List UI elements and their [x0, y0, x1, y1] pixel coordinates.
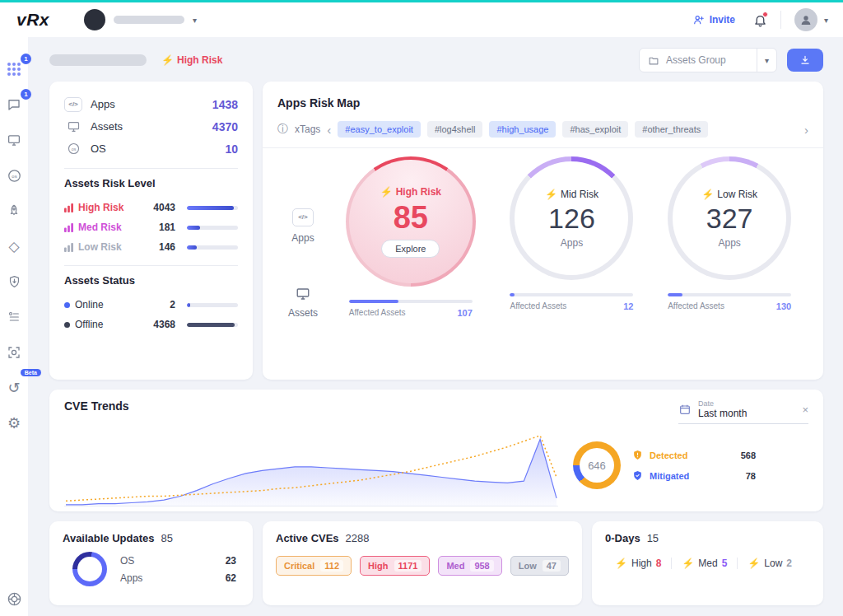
user-menu-chevron-icon[interactable]: ▾ — [824, 16, 828, 25]
zero-days-high[interactable]: ⚡ High 8 — [605, 558, 671, 569]
updates-os-row[interactable]: OS 23 — [120, 552, 236, 569]
tag-high-usage[interactable]: #high_usage — [489, 121, 556, 138]
apps-count-row[interactable]: </> Apps 1438 — [64, 93, 238, 115]
low-risk-circle[interactable]: ⚡Low Risk 327 Apps — [673, 161, 786, 275]
med-badge[interactable]: Med 958 — [438, 556, 501, 576]
tag-easy-to-exploit[interactable]: #easy_to_exploit — [338, 121, 421, 138]
user-avatar[interactable] — [794, 8, 817, 31]
zero-days-med[interactable]: ⚡ Med 5 — [671, 558, 737, 569]
close-icon[interactable]: × — [802, 404, 808, 416]
offline-row[interactable]: Offline 4368 — [64, 315, 238, 334]
sidebar-item-os[interactable]: os — [0, 163, 28, 188]
chevron-right-icon[interactable]: › — [804, 124, 808, 136]
sidebar-item-help[interactable] — [0, 586, 28, 611]
zero-days-high-label: High — [631, 558, 652, 569]
assets-count-row[interactable]: Assets 4370 — [64, 115, 238, 138]
mid-risk-circle[interactable]: ⚡Mid Risk 126 Apps — [515, 161, 628, 275]
high-badge[interactable]: High 1171 — [360, 556, 430, 576]
critical-label: Critical — [284, 561, 314, 571]
sidebar-item-devices[interactable] — [0, 128, 28, 152]
sidebar-item-support[interactable]: 1 — [0, 92, 28, 117]
explore-button[interactable]: Explore — [381, 240, 440, 258]
low-risk-circle-title: Low Risk — [717, 189, 757, 200]
bolt-icon: ⚡ — [748, 558, 760, 568]
xtags-label: xTags — [295, 124, 320, 135]
updates-apps-value: 62 — [226, 572, 236, 584]
notifications-button[interactable] — [753, 13, 767, 27]
sidebar-item-patch[interactable] — [0, 269, 28, 294]
sidebar-item-scan[interactable] — [0, 340, 28, 365]
high-risk-bar — [187, 206, 238, 210]
detected-legend-row: Detected 568 — [632, 449, 756, 461]
bolt-icon: ⚡ — [161, 55, 174, 65]
xtags-bar: ⓘ xTags ‹ #easy_to_exploit #log4shell #h… — [277, 121, 808, 138]
sidebar-item-tasks[interactable] — [0, 305, 28, 329]
diamond-tag-icon: ◇ — [8, 238, 19, 255]
tag-log4shell[interactable]: #log4shell — [427, 121, 483, 138]
updates-donut — [72, 552, 107, 586]
affected-assets-value: 12 — [623, 301, 633, 311]
invite-button[interactable]: Invite — [693, 14, 735, 26]
mitigated-legend-row: Mitigated 78 — [632, 469, 756, 482]
download-button[interactable] — [787, 49, 823, 72]
risk-map-body: </> Apps Assets — [277, 148, 808, 370]
sidebar-item-deploy[interactable] — [0, 198, 28, 223]
sidebar-item-history[interactable]: ↺ Beta — [0, 376, 28, 400]
mitigated-value: 78 — [746, 471, 756, 481]
assets-group-value: Assets Group — [666, 54, 726, 66]
page-header: ⚡ High Risk Assets Group ▾ — [49, 48, 823, 72]
sidebar-item-settings[interactable]: ⚙ — [0, 411, 28, 436]
high-risk-circle-col: ⚡High Risk 85 Explore Affected Assets 10… — [346, 156, 476, 318]
axis-apps[interactable]: </> Apps — [291, 208, 314, 244]
updates-apps-row[interactable]: Apps 62 — [120, 569, 236, 586]
zero-days-low-label: Low — [764, 558, 782, 569]
high-risk-row[interactable]: High Risk 4043 — [64, 198, 238, 217]
date-range-select[interactable]: Date Last month × — [678, 399, 808, 424]
high-risk-circle[interactable]: ⚡High Risk 85 Explore — [349, 160, 473, 283]
life-buoy-icon — [7, 591, 22, 607]
chevron-left-icon[interactable]: ‹ — [327, 124, 331, 136]
dashboard-badge: 1 — [21, 54, 31, 64]
online-bar — [187, 303, 238, 307]
sidebar-item-dashboard[interactable]: 1 — [0, 57, 28, 82]
zero-days-med-value: 5 — [722, 558, 728, 569]
affected-assets-label: Affected Assets — [349, 308, 406, 318]
apps-count: 1438 — [212, 98, 238, 111]
zero-days-low[interactable]: ⚡ Low 2 — [737, 558, 802, 569]
available-updates-card: Available Updates 85 OS 23 Apps 62 — [49, 521, 253, 605]
shield-exclaim-icon — [632, 449, 643, 461]
company-account-switcher[interactable]: ▾ — [84, 9, 197, 30]
axis-assets-label: Assets — [288, 307, 318, 319]
mid-risk-circle-title: Mid Risk — [561, 189, 598, 200]
high-risk-value: 4043 — [149, 202, 175, 213]
low-risk-unit: Apps — [718, 237, 740, 249]
high-affected-bar — [349, 300, 473, 303]
sidebar-item-xtags[interactable]: ◇ — [0, 234, 28, 259]
zero-days-low-value: 2 — [786, 558, 792, 569]
download-icon — [799, 54, 811, 66]
scan-icon — [7, 345, 21, 360]
low-badge[interactable]: Low 47 — [510, 556, 569, 576]
axis-assets[interactable]: Assets — [288, 287, 318, 319]
bolt-icon: ⚡ — [545, 189, 557, 199]
online-row[interactable]: Online 2 — [64, 295, 238, 315]
inventory-card: </> Apps 1438 Assets 4370 os OS 10 — [49, 82, 253, 380]
tag-has-exploit[interactable]: #has_exploit — [562, 121, 628, 138]
rocket-icon — [7, 203, 21, 218]
low-risk-row[interactable]: Low Risk 146 — [64, 237, 238, 257]
assets-group-select[interactable]: Assets Group ▾ — [639, 48, 777, 72]
monitor-icon — [64, 119, 82, 135]
os-count-row[interactable]: os OS 10 — [64, 138, 238, 160]
info-icon[interactable]: ⓘ — [277, 122, 288, 137]
med-risk-row[interactable]: Med Risk 181 — [64, 217, 238, 237]
online-dot — [64, 302, 70, 308]
zero-days-card: 0-Days 15 ⚡ High 8 ⚡ Med 5 ⚡ — [592, 521, 823, 605]
active-cves-title: Active CVEs — [276, 532, 339, 544]
med-label: Med — [446, 561, 464, 571]
topbar: vRx ▾ Invite ▾ — [0, 2, 843, 37]
critical-badge[interactable]: Critical 112 — [276, 556, 352, 576]
tag-other-threats[interactable]: #other_threats — [635, 121, 708, 138]
mini-bars-icon — [64, 203, 73, 212]
apps-risk-map-card: Apps Risk Map ⓘ xTags ‹ #easy_to_exploit… — [263, 82, 823, 380]
axis-apps-label: Apps — [291, 232, 314, 244]
